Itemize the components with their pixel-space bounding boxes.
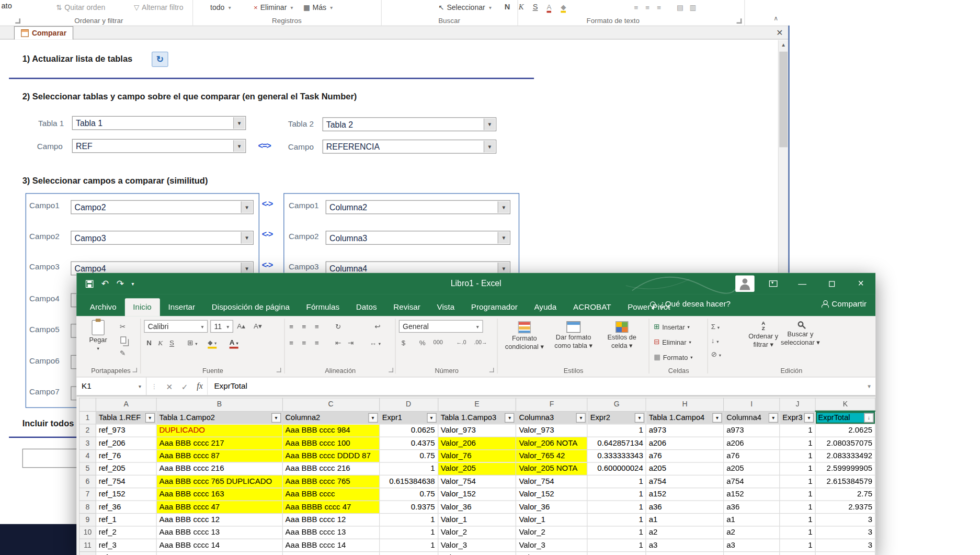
cell-j2[interactable]: 1 — [780, 424, 815, 437]
numbered-list-icon[interactable]: ▥ — [689, 4, 696, 12]
dropdown-icon[interactable]: ▼ — [241, 232, 253, 244]
cell-d6[interactable]: 0.615384638 — [379, 475, 438, 488]
cell-g5[interactable]: 0.600000024 — [587, 462, 646, 475]
row-header-8[interactable]: 8 — [79, 501, 96, 513]
button-eliminar[interactable]: ⊟Eliminar▾ — [654, 338, 691, 346]
align-right-icon[interactable]: ≡ — [315, 339, 319, 347]
dropdown-icon[interactable]: ▼ — [498, 201, 509, 213]
cell-g12[interactable]: 1 — [587, 552, 646, 555]
font-color-icon[interactable]: A ▾ — [230, 339, 238, 348]
cell-j7[interactable]: 1 — [780, 488, 815, 501]
cell-i4[interactable]: a76 — [724, 450, 780, 462]
column-header-k[interactable]: K — [815, 398, 875, 411]
dialog-launcher-icon[interactable] — [277, 368, 281, 372]
cell-f10[interactable]: Valor_2 — [516, 526, 587, 539]
cell-k2[interactable]: 2.0625 — [815, 424, 875, 437]
cell-c2[interactable]: Aaa BBB cccc 984 — [282, 424, 379, 437]
cell-f1[interactable]: Columna3▾ — [516, 411, 587, 424]
cell-i11[interactable]: a3 — [724, 539, 780, 551]
cell-g10[interactable]: 1 — [587, 526, 646, 539]
cell-e4[interactable]: Valor_76 — [438, 450, 516, 462]
cell-g8[interactable]: 1 — [587, 501, 646, 513]
row-header-10[interactable]: 10 — [79, 526, 96, 539]
cell-b7[interactable]: Aaa BBB cccc 163 — [156, 488, 282, 501]
dialog-launcher-icon[interactable] — [389, 368, 393, 372]
cell-f7[interactable]: Valor_152 — [516, 488, 587, 501]
increase-font-icon[interactable]: A▴ — [237, 322, 245, 330]
cell-b12[interactable]: Aaa BBB cccc 15 — [156, 552, 282, 555]
cell-d11[interactable]: 1 — [379, 539, 438, 551]
user-avatar[interactable] — [735, 275, 755, 292]
bullet-list-icon[interactable]: ▤ — [677, 4, 683, 12]
filter-dropdown-icon[interactable]: ▾ — [635, 413, 644, 422]
ribbon-button-todo[interactable]: todo▾ — [210, 3, 231, 13]
borders-icon[interactable]: ⊞ ▾ — [187, 339, 197, 347]
decrease-font-icon[interactable]: A▾ — [254, 322, 262, 330]
dropdown-icon[interactable]: ▼ — [484, 141, 495, 152]
cell-k4[interactable]: 2.083333492 — [815, 450, 875, 462]
cell-k3[interactable]: 2.080357075 — [815, 437, 875, 449]
cell-j12[interactable]: 1 — [780, 552, 815, 555]
cell-a4[interactable]: ref_76 — [96, 450, 156, 462]
column-header-b[interactable]: B — [156, 398, 282, 411]
ribbon-display-options-icon[interactable] — [758, 273, 788, 295]
cell-e3[interactable]: Valor_206 — [438, 437, 516, 449]
font-size-combobox[interactable]: 11▼ — [210, 320, 233, 333]
decrease-indent-icon[interactable]: ⇤ — [335, 339, 341, 347]
cell-f9[interactable]: Valor_1 — [516, 514, 587, 526]
left-field-combobox-campo1[interactable]: Campo2▼ — [71, 200, 254, 214]
cell-c8[interactable]: Aaa BBBB cccc 47 — [282, 501, 379, 513]
cell-i10[interactable]: a2 — [724, 526, 780, 539]
cell-g4[interactable]: 0.333333343 — [587, 450, 646, 462]
cell-h12[interactable]: a4 — [646, 552, 724, 555]
excel-tab-acrobat[interactable]: ACROBAT — [565, 298, 619, 316]
cell-a5[interactable]: ref_205 — [96, 462, 156, 475]
column-header-d[interactable]: D — [379, 398, 438, 411]
tabla2-combobox[interactable]: Tabla 2▼ — [323, 117, 497, 131]
cell-j11[interactable]: 1 — [780, 539, 815, 551]
cell-b6[interactable]: Aaa BBB cccc 765 DUPLICADO — [156, 475, 282, 488]
align-center-icon[interactable]: ≡ — [645, 4, 649, 12]
dropdown-icon[interactable]: ▼ — [484, 119, 495, 130]
excel-tab-revisar[interactable]: Revisar — [385, 298, 428, 316]
dialog-launcher-icon[interactable] — [15, 18, 20, 24]
dropdown-icon[interactable]: ▼ — [241, 201, 253, 213]
font-name-combobox[interactable]: Calibri▼ — [144, 320, 208, 333]
cell-g3[interactable]: 0.642857134 — [587, 437, 646, 449]
cell-d9[interactable]: 1 — [379, 514, 438, 526]
cell-k6[interactable]: 2.615384579 — [815, 475, 875, 488]
cut-icon[interactable]: ✂ — [120, 323, 126, 331]
align-top-icon[interactable]: ≡ — [289, 323, 293, 331]
cell-a2[interactable]: ref_973 — [96, 424, 156, 437]
excel-tab-archivo[interactable]: Archivo — [82, 298, 124, 316]
filter-dropdown-icon[interactable]: ▾ — [368, 413, 378, 422]
cell-e12[interactable]: Valor_4 — [438, 552, 516, 555]
cell-h6[interactable]: a754 — [646, 475, 724, 488]
button-buscar-y-seleccionar[interactable]: Buscar yseleccionar ▾ — [773, 321, 827, 346]
button-insertar[interactable]: ⊞Insertar▾ — [654, 323, 690, 331]
clear-icon[interactable]: ⊘ ▾ — [711, 350, 721, 359]
cell-c10[interactable]: Aaa BBB cccc 13 — [282, 526, 379, 539]
cell-c9[interactable]: Aaa BBB cccc 12 — [282, 514, 379, 526]
cell-g7[interactable]: 1 — [587, 488, 646, 501]
cell-e1[interactable]: Tabla 1.Campo3▾ — [438, 411, 516, 424]
cell-b10[interactable]: Aaa BBB cccc 13 — [156, 526, 282, 539]
ribbon-button-eliminar[interactable]: ×Eliminar▾ — [254, 3, 293, 13]
cell-f2[interactable]: Valor_973 — [516, 424, 587, 437]
cell-k8[interactable]: 2.9375 — [815, 501, 875, 513]
cell-h2[interactable]: a973 — [646, 424, 724, 437]
cell-j3[interactable]: 1 — [780, 437, 815, 449]
filter-dropdown-icon[interactable]: ▾ — [804, 413, 814, 422]
cell-j5[interactable]: 1 — [780, 462, 815, 475]
cell-g1[interactable]: Expr2▾ — [587, 411, 646, 424]
row-header-9[interactable]: 9 — [79, 514, 96, 526]
column-header-c[interactable]: C — [282, 398, 379, 411]
formula-input[interactable]: ExprTotal — [208, 377, 863, 395]
number-format-combobox[interactable]: General▼ — [399, 320, 483, 333]
name-box-dropdown-icon[interactable]: ▼ — [138, 384, 142, 389]
column-header-j[interactable]: J — [780, 398, 815, 411]
cell-k12[interactable]: 3 — [815, 552, 875, 555]
format-painter-icon[interactable]: ✎ — [120, 349, 126, 358]
cell-g2[interactable]: 1 — [587, 424, 646, 437]
cell-a10[interactable]: ref_2 — [96, 526, 156, 539]
